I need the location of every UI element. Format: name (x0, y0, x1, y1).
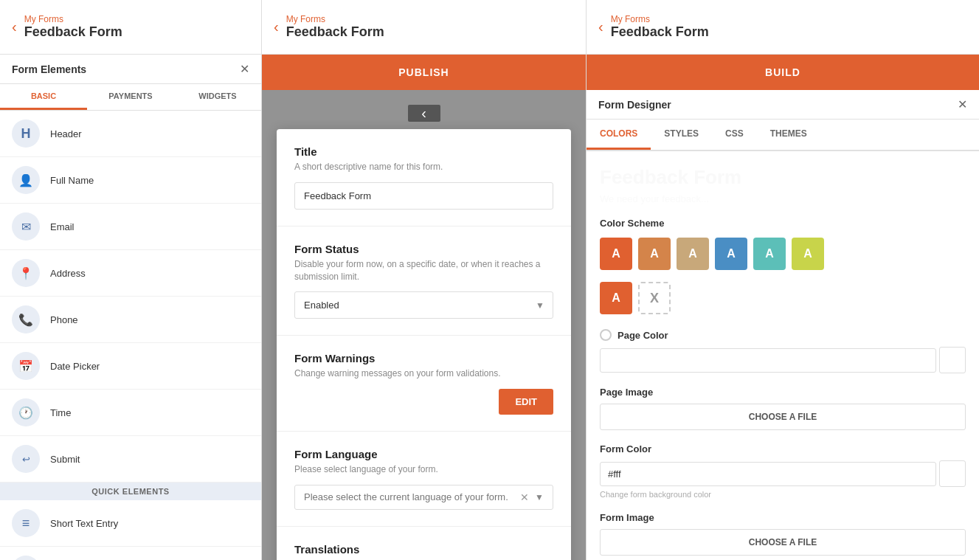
language-input[interactable] (304, 491, 520, 502)
language-clear-icon[interactable]: ✕ (520, 491, 529, 503)
form-color-section: Form Color Change form background color (600, 443, 966, 499)
right-breadcrumb-top[interactable]: My Forms (611, 14, 709, 24)
modal-warnings-label: Form Warnings (294, 352, 553, 364)
left-close-btn[interactable]: ✕ (240, 62, 249, 76)
modal-status-desc: Disable your form now, on a specific dat… (294, 258, 553, 283)
color-swatch-1[interactable]: A (638, 238, 671, 270)
address-icon: 📍 (12, 259, 40, 287)
right-close-btn[interactable]: ✕ (958, 97, 967, 111)
quick-elements-bar: QUICK ELEMENTS (0, 483, 261, 500)
right-header: ‹ My Forms Feedback Form (587, 0, 979, 55)
modal-language-desc: Please select language of your form. (294, 463, 553, 476)
tab-css[interactable]: CSS (712, 120, 757, 150)
color-swatch-3[interactable]: A (715, 238, 747, 270)
right-action-bar[interactable]: BUILD (587, 55, 979, 90)
element-label: Address (50, 268, 86, 279)
color-swatch-5[interactable]: A (792, 238, 824, 270)
modal-warnings-section: Form Warnings Change warning messages on… (277, 336, 571, 432)
form-color-hex-input[interactable] (600, 462, 936, 486)
left-back-btn[interactable]: ‹ (12, 18, 17, 35)
right-back-btn[interactable]: ‹ (598, 18, 603, 35)
modal-card: Title A short descriptive name for this … (277, 129, 571, 560)
middle-breadcrumb: My Forms Feedback Form (286, 14, 384, 40)
list-item[interactable]: ≡ Short Text Entry (0, 500, 261, 547)
modal-language-label: Form Language (294, 448, 553, 460)
middle-action-bar[interactable]: PUBLISH (262, 55, 586, 90)
title-input[interactable] (294, 182, 553, 210)
page-color-picker[interactable] (939, 347, 966, 373)
left-breadcrumb-top[interactable]: My Forms (24, 14, 122, 24)
modal-back-btn[interactable]: ‹ (408, 105, 440, 122)
page-color-section: Page Color (600, 329, 966, 373)
form-image-choose-btn[interactable]: CHOOSE A FILE (600, 529, 966, 556)
color-swatch-0[interactable]: A (600, 238, 632, 270)
list-item[interactable]: ↩ Submit (0, 436, 261, 483)
status-select-wrapper: Enabled Disabled ▼ (294, 291, 553, 319)
color-swatch-6[interactable]: A (600, 282, 632, 314)
datepicker-icon: 📅 (12, 352, 40, 380)
tab-colors[interactable]: COLORS (587, 120, 651, 150)
tab-basic[interactable]: BASIC (0, 84, 87, 110)
left-top-bar: Form Elements ✕ (0, 55, 261, 84)
time-icon: 🕐 (12, 398, 40, 426)
middle-breadcrumb-top[interactable]: My Forms (286, 14, 384, 24)
long-text-icon: ☰ (12, 556, 40, 560)
color-swatch-7[interactable]: X (638, 282, 671, 314)
right-panel: ‹ My Forms Feedback Form BUILD Form Desi… (587, 0, 979, 560)
color-swatch-2[interactable]: A (677, 238, 709, 270)
list-item[interactable]: 📍 Address (0, 250, 261, 297)
right-breadcrumb: My Forms Feedback Form (611, 14, 709, 40)
form-color-picker[interactable] (939, 460, 966, 487)
status-select[interactable]: Enabled Disabled (294, 291, 553, 319)
element-label: Email (50, 221, 75, 232)
form-image-section: Form Image CHOOSE A FILE (600, 512, 966, 556)
page-color-input-row (600, 347, 966, 373)
left-header: ‹ My Forms Feedback Form (0, 0, 261, 55)
modal-translations-section: Translations (277, 527, 571, 560)
middle-back-btn[interactable]: ‹ (274, 18, 279, 35)
element-label: Time (50, 407, 71, 418)
language-select-wrapper[interactable]: ✕ ▼ (294, 485, 553, 510)
short-text-icon: ≡ (12, 509, 40, 537)
phone-icon: 📞 (12, 305, 40, 333)
modal-language-section: Form Language Please select language of … (277, 432, 571, 527)
left-breadcrumb: My Forms Feedback Form (24, 14, 122, 40)
page-color-hex-input[interactable] (600, 348, 936, 373)
list-item[interactable]: 📅 Date Picker (0, 343, 261, 390)
left-breadcrumb-title: Feedback Form (24, 24, 122, 40)
tab-styles[interactable]: STYLES (651, 120, 712, 150)
list-item[interactable]: ✉ Email (0, 204, 261, 250)
bg-form-desc: We need your feedback... (600, 193, 966, 204)
list-item[interactable]: ☰ Long Text Entry (0, 547, 261, 560)
modal-status-label: Form Status (294, 243, 553, 255)
page-image-label: Page Image (600, 387, 966, 398)
color-swatches: A A A A A A (600, 238, 966, 270)
tab-payments[interactable]: PAYMENTS (87, 84, 174, 110)
modal-title-section: Title A short descriptive name for this … (277, 129, 571, 227)
form-color-desc: Change form background color (600, 490, 966, 499)
list-item[interactable]: 📞 Phone (0, 297, 261, 343)
form-color-label: Form Color (600, 443, 966, 454)
swatch-row2: A X (600, 282, 966, 314)
element-label: Phone (50, 314, 78, 325)
list-item[interactable]: 🕐 Time (0, 390, 261, 436)
fullname-icon: 👤 (12, 166, 40, 194)
element-label: Full Name (50, 175, 94, 186)
form-designer-title: Form Designer (598, 99, 671, 111)
tab-widgets[interactable]: WIDGETS (174, 84, 261, 110)
page-color-radio[interactable] (600, 329, 612, 341)
elements-list: H Header 👤 Full Name ✉ Email 📍 Address 📞… (0, 111, 261, 560)
list-item[interactable]: 👤 Full Name (0, 157, 261, 204)
modal-overlay: ‹ Title A short descriptive name for thi… (262, 90, 586, 560)
header-icon: H (12, 120, 40, 148)
color-swatch-4[interactable]: A (753, 238, 786, 270)
middle-breadcrumb-title: Feedback Form (286, 24, 384, 40)
right-top-bar: Form Designer ✕ (587, 90, 979, 120)
list-item[interactable]: H Header (0, 111, 261, 157)
form-elements-title: Form Elements (12, 63, 86, 75)
modal-title-desc: A short descriptive name for this form. (294, 161, 553, 173)
page-image-choose-btn[interactable]: CHOOSE A FILE (600, 404, 966, 430)
edit-warnings-btn[interactable]: EDIT (499, 389, 553, 415)
right-content: Feedback Form We need your feedback... C… (587, 151, 979, 560)
tab-themes[interactable]: THEMES (757, 120, 820, 150)
